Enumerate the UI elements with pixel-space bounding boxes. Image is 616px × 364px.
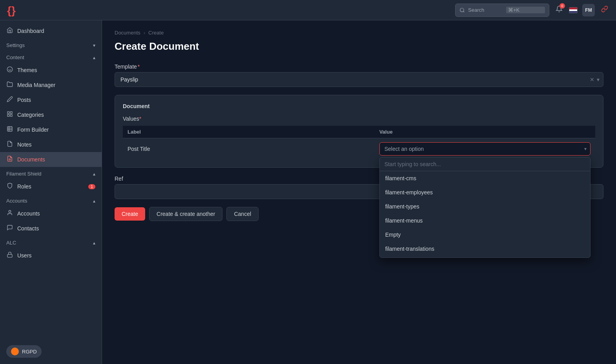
svg-point-10 [9, 210, 11, 212]
dropdown-item-filament-types[interactable]: filament-types [380, 199, 590, 214]
label-column-header: Label [123, 126, 375, 138]
grid-icon [6, 111, 13, 119]
categories-label: Categories [17, 112, 44, 118]
row-label-input[interactable] [128, 146, 370, 152]
dropdown-item-filament-menus[interactable]: filament-menus [380, 214, 590, 228]
sidebar-section-settings[interactable]: Settings ▾ [0, 38, 102, 51]
sidebar-section-accounts[interactable]: Accounts ▴ [0, 194, 102, 206]
roles-badge: 1 [88, 184, 95, 189]
settings-section-label: Settings [6, 42, 25, 48]
table-icon [6, 126, 13, 134]
pencil-icon [6, 96, 13, 104]
sidebar-item-dashboard[interactable]: Dashboard [0, 24, 102, 38]
values-table-header: Label Value [123, 126, 595, 138]
lock-icon [6, 252, 13, 259]
sidebar-section-content[interactable]: Content ▴ [0, 51, 102, 63]
sidebar-section-filament-shield[interactable]: Filament Shield ▴ [0, 167, 102, 179]
themes-label: Themes [17, 67, 37, 73]
svg-rect-6 [10, 114, 12, 116]
value-dropdown-placeholder: Select an option [385, 146, 424, 152]
home-icon [6, 27, 13, 35]
chevron-down-icon: ▾ [93, 43, 95, 48]
sidebar-item-media-manager[interactable]: Media Manager [0, 78, 102, 92]
search-bar[interactable]: Search ⌘+K [455, 4, 549, 17]
alc-section-label: ALC [6, 240, 16, 246]
template-select-icons: ✕ ▾ [590, 76, 600, 83]
layout: Dashboard Settings ▾ Content ▴ Themes [0, 20, 616, 364]
shield-icon [6, 183, 13, 190]
sidebar-section-alc[interactable]: ALC ▴ [0, 236, 102, 248]
values-label: Values * [123, 116, 595, 122]
user-icon [6, 210, 13, 217]
template-chevron-icon[interactable]: ▾ [597, 76, 600, 83]
user-avatar[interactable]: FM [582, 4, 595, 16]
dropdown-item-empty[interactable]: Empty [380, 228, 590, 242]
chevron-up-icon4: ▴ [93, 240, 95, 246]
chevron-up-icon: ▴ [93, 55, 95, 60]
sidebar-item-accounts[interactable]: Accounts [0, 206, 102, 221]
dropdown-menu: filament-cms filament-employees filament… [379, 157, 590, 258]
chat-icon [6, 225, 13, 232]
link-icon [601, 5, 608, 13]
value-dropdown-trigger[interactable]: Select an option [379, 142, 590, 156]
page-title: Create Document [115, 40, 603, 53]
media-manager-label: Media Manager [17, 82, 55, 88]
document-card: Document Values * Label Value [115, 95, 603, 168]
sidebar-item-themes[interactable]: Themes [0, 63, 102, 78]
values-required: * [139, 116, 141, 122]
sidebar-item-contacts[interactable]: Contacts [0, 221, 102, 236]
template-select-wrapper: Payslip ✕ ▾ [115, 72, 603, 87]
note-icon [6, 141, 13, 148]
sidebar-item-categories[interactable]: Categories [0, 107, 102, 122]
sidebar-item-form-builder[interactable]: Form Builder [0, 122, 102, 137]
svg-rect-11 [7, 254, 12, 257]
template-clear-icon[interactable]: ✕ [590, 76, 594, 83]
svg-text:{}: {} [7, 4, 16, 16]
svg-rect-5 [7, 114, 9, 116]
rgpd-label: RGPD [22, 349, 37, 355]
svg-point-1 [460, 8, 464, 11]
create-button[interactable]: Create [115, 207, 145, 221]
svg-rect-4 [10, 112, 12, 114]
rgpd-dot [11, 348, 19, 355]
create-another-button[interactable]: Create & create another [149, 207, 222, 221]
value-dropdown-arrow-icon: ▾ [584, 146, 587, 152]
value-dropdown-wrapper: Select an option ▾ filament-cms [379, 142, 590, 156]
breadcrumb-parent[interactable]: Documents [115, 30, 140, 36]
notifications-badge: 0 [560, 3, 565, 9]
breadcrumb-separator: › [144, 30, 145, 36]
row-value-cell: Select an option ▾ filament-cms [375, 138, 595, 160]
breadcrumb-current: Create [148, 30, 164, 36]
sidebar-item-roles[interactable]: Roles 1 [0, 179, 102, 194]
dropdown-item-9[interactable]: 9 [380, 256, 590, 257]
notifications-button[interactable]: 0 [554, 4, 564, 16]
sidebar-item-posts[interactable]: Posts [0, 92, 102, 107]
template-section: Template * Payslip ✕ ▾ [115, 63, 603, 87]
dashboard-label: Dashboard [17, 28, 44, 34]
language-flag[interactable] [569, 7, 578, 13]
dropdown-item-filament-employees[interactable]: filament-employees [380, 185, 590, 199]
svg-point-2 [7, 67, 12, 72]
posts-label: Posts [17, 97, 31, 103]
contacts-label: Contacts [17, 225, 39, 232]
sidebar-item-users[interactable]: Users [0, 248, 102, 263]
cancel-button[interactable]: Cancel [226, 207, 259, 221]
template-required: * [138, 63, 140, 70]
accounts-label: Accounts [17, 210, 40, 217]
search-shortcut: ⌘+K [506, 7, 545, 13]
filament-shield-label: Filament Shield [6, 171, 42, 177]
dropdown-search-input[interactable] [385, 161, 585, 167]
sidebar-item-documents[interactable]: Documents [0, 152, 102, 167]
document-icon [6, 156, 13, 163]
dropdown-item-filament-translations[interactable]: filament-translations [380, 242, 590, 256]
settings-link-icon[interactable] [600, 4, 610, 16]
document-card-title: Document [123, 103, 595, 109]
rgpd-badge[interactable]: RGPD [6, 345, 42, 358]
template-select[interactable]: Payslip [115, 72, 603, 87]
users-label: Users [17, 252, 32, 259]
template-label: Template * [115, 63, 603, 70]
sidebar-item-notes[interactable]: Notes [0, 137, 102, 152]
form-builder-label: Form Builder [17, 127, 49, 133]
template-value: Payslip [120, 76, 138, 83]
dropdown-item-filament-cms[interactable]: filament-cms [380, 171, 590, 185]
